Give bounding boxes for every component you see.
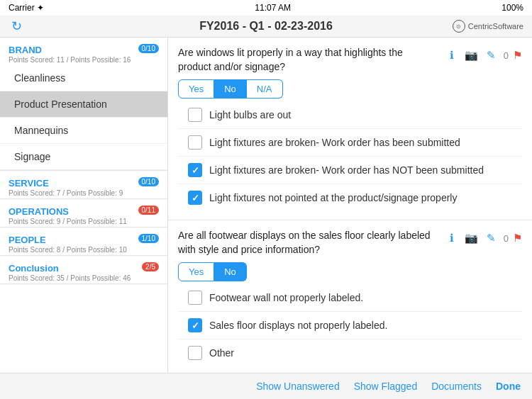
- checkbox-item-0-3[interactable]: Light fixtures not pointed at the produc…: [178, 184, 522, 211]
- carrier-label: Carrier ✦: [9, 3, 44, 13]
- sidebar-section-people: PEOPLEPoints Scored: 8 / Points Possible…: [0, 227, 167, 256]
- sidebar-category-name-4: Conclusion: [9, 263, 59, 274]
- header-logo: ⊙ CentricSoftware: [453, 20, 523, 33]
- checkbox-item-0-1[interactable]: Light fixtures are broken- Work order ha…: [178, 129, 522, 157]
- checkbox-item-0-0[interactable]: Light bulbs are out: [178, 101, 522, 129]
- sidebar-badge-4: 2/5: [142, 262, 159, 271]
- image-icon-1[interactable]: 📷: [464, 230, 480, 246]
- checkbox-label-1-2: Other: [209, 347, 234, 359]
- toggle-group-1: YesNo: [178, 262, 522, 281]
- checkbox-0-2[interactable]: [188, 163, 202, 177]
- sidebar-badge-2: 0/11: [138, 206, 159, 215]
- checkbox-item-0-2[interactable]: Light fixtures are broken- Work order ha…: [178, 157, 522, 184]
- question-block-1: Are all footwear displays on the sales f…: [168, 220, 532, 373]
- show-flagged-button[interactable]: Show Flagged: [354, 381, 418, 392]
- checkbox-1-1[interactable]: [188, 318, 202, 332]
- checkbox-0-3[interactable]: [188, 191, 202, 205]
- flag-count-1: 0: [504, 233, 509, 244]
- sidebar-section-conclusion: ConclusionPoints Scored: 35 / Points Pos…: [0, 256, 167, 284]
- documents-button[interactable]: Documents: [431, 381, 482, 392]
- battery-label: 100%: [501, 3, 523, 13]
- header: ↻ FY2016 - Q1 - 02-23-2016 ⊙ CentricSoft…: [0, 16, 532, 38]
- status-bar: Carrier ✦ 11:07 AM 100%: [0, 0, 532, 16]
- toggle-btn-1-0[interactable]: Yes: [178, 262, 214, 281]
- sidebar-badge-0: 0/10: [138, 44, 159, 53]
- sidebar-section-brand: BRANDPoints Scored: 11 / Points Possible…: [0, 38, 167, 171]
- sidebar-category-sub-4: Points Scored: 35 / Points Possible: 46: [9, 274, 131, 282]
- logo-icon: ⊙: [453, 20, 465, 33]
- checkbox-item-1-2[interactable]: Other: [178, 339, 522, 366]
- checkbox-item-1-0[interactable]: Footwear wall not properly labeled.: [178, 284, 522, 312]
- content-area: Are windows lit properly in a way that h…: [168, 38, 532, 373]
- sidebar-section-operations: OPERATIONSPoints Scored: 9 / Points Poss…: [0, 199, 167, 227]
- checkbox-label-0-1: Light fixtures are broken- Work order ha…: [209, 137, 460, 148]
- toggle-btn-1-1[interactable]: No: [214, 262, 247, 281]
- header-title: FY2016 - Q1 - 02-23-2016: [199, 20, 333, 33]
- checkbox-1-0[interactable]: [188, 291, 202, 305]
- main-layout: BRANDPoints Scored: 11 / Points Possible…: [0, 38, 532, 373]
- done-button[interactable]: Done: [496, 381, 521, 392]
- checkbox-label-1-0: Footwear wall not properly labeled.: [209, 292, 363, 303]
- question-block-0: Are windows lit properly in a way that h…: [168, 38, 532, 220]
- sidebar-category-name-1: SERVICE: [9, 178, 49, 189]
- sidebar: BRANDPoints Scored: 11 / Points Possible…: [0, 38, 168, 373]
- sidebar-item-mannequins[interactable]: Mannequins: [0, 118, 167, 144]
- sidebar-category-sub-2: Points Scored: 9 / Points Possible: 11: [9, 218, 127, 225]
- sidebar-category-name-0: BRAND: [9, 45, 42, 55]
- checkbox-item-1-1[interactable]: Sales floor displays not properly labele…: [178, 312, 522, 339]
- bottom-bar: Show Unanswered Show Flagged Documents D…: [0, 373, 532, 399]
- checkbox-label-0-0: Light bulbs are out: [209, 109, 291, 120]
- toggle-btn-0-1[interactable]: No: [214, 79, 247, 99]
- sidebar-category-sub-3: Points Scored: 8 / Points Possible: 10: [9, 246, 127, 254]
- sidebar-item-cleanliness[interactable]: Cleanliness: [0, 65, 167, 91]
- sidebar-item-signage[interactable]: Signage: [0, 144, 167, 170]
- sidebar-category-name-2: OPERATIONS: [9, 206, 69, 217]
- toggle-btn-0-0[interactable]: Yes: [178, 79, 214, 99]
- question-text-0: Are windows lit properly in a way that h…: [178, 46, 438, 74]
- checkbox-label-0-2: Light fixtures are broken- Work order ha…: [209, 164, 484, 176]
- sidebar-section-service: SERVICEPoints Scored: 7 / Points Possibl…: [0, 171, 167, 199]
- sidebar-category-sub-0: Points Scored: 11 / Points Possible: 16: [9, 56, 131, 64]
- show-unanswered-button[interactable]: Show Unanswered: [256, 381, 340, 392]
- sidebar-item-product-presentation[interactable]: Product Presentation: [0, 91, 167, 118]
- checkbox-0-0[interactable]: [188, 108, 202, 122]
- toggle-btn-0-2[interactable]: N/A: [247, 79, 283, 99]
- flag-icon-0[interactable]: ⚑: [513, 49, 522, 62]
- logo-text: CentricSoftware: [468, 22, 523, 30]
- info-icon-0[interactable]: ℹ: [444, 47, 460, 63]
- sidebar-category-sub-1: Points Scored: 7 / Points Possible: 9: [9, 189, 123, 197]
- sidebar-category-name-3: PEOPLE: [9, 235, 46, 245]
- sidebar-badge-3: 1/10: [138, 234, 159, 243]
- checkbox-0-1[interactable]: [188, 135, 202, 150]
- toggle-group-0: YesNoN/A: [178, 79, 522, 99]
- image-icon-0[interactable]: 📷: [464, 47, 480, 63]
- question-text-1: Are all footwear displays on the sales f…: [178, 229, 438, 257]
- flag-count-0: 0: [504, 50, 509, 61]
- flag-icon-1[interactable]: ⚑: [513, 232, 522, 245]
- checkbox-label-1-1: Sales floor displays not properly labele…: [209, 320, 387, 331]
- info-icon-1[interactable]: ℹ: [444, 230, 460, 246]
- checkbox-1-2[interactable]: [188, 346, 202, 360]
- refresh-icon[interactable]: ↻: [9, 18, 22, 34]
- checkbox-label-0-3: Light fixtures not pointed at the produc…: [209, 192, 457, 203]
- sidebar-badge-1: 0/10: [138, 177, 159, 186]
- edit-icon-1[interactable]: ✎: [484, 230, 499, 246]
- edit-icon-0[interactable]: ✎: [484, 47, 499, 63]
- time-label: 11:07 AM: [255, 3, 291, 13]
